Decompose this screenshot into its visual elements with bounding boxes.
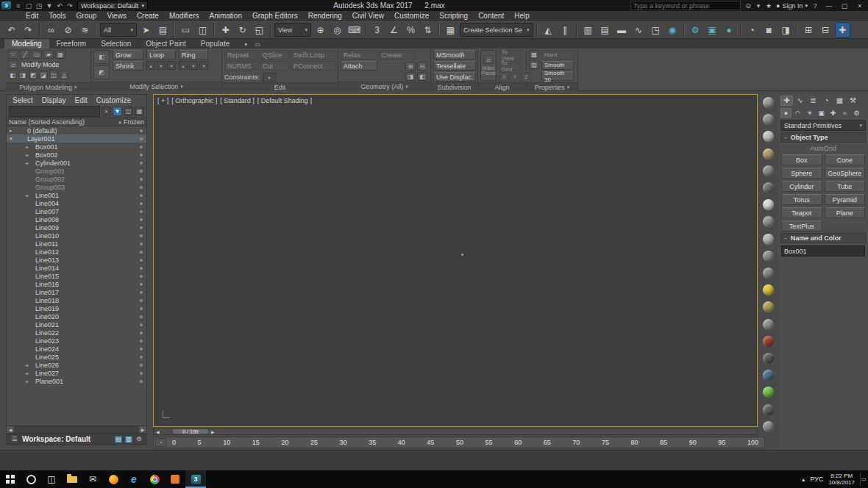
menu-item[interactable]: Content <box>473 11 509 21</box>
layout-list-icon[interactable]: ▤ <box>114 435 123 444</box>
axis-button[interactable]: Y <box>510 72 520 82</box>
palette-sphere-icon[interactable] <box>763 114 774 125</box>
track-bar[interactable]: ◔ 05101520253035404550556065707580859095… <box>153 437 765 448</box>
list-item[interactable]: Line007 <box>7 207 146 215</box>
subobject-level-icon[interactable]: ╱ <box>20 50 30 59</box>
palette-sphere-icon[interactable] <box>763 131 774 142</box>
menu-item[interactable]: Graph Editors <box>247 11 303 21</box>
palette-sphere-icon[interactable] <box>763 216 774 227</box>
loop-options-icon[interactable]: ▾ <box>167 61 176 70</box>
action-center-icon[interactable]: ▭ <box>860 473 867 486</box>
list-item[interactable]: ◂▸ Line001 <box>7 191 146 199</box>
edit-tool-button[interactable]: Swift Loop <box>291 50 336 60</box>
visibility-toggle[interactable]: ◂▸ <box>25 193 33 198</box>
file-explorer-icon[interactable] <box>62 470 82 488</box>
palette-sphere-icon[interactable] <box>763 148 774 159</box>
app-menu-icon[interactable]: ≡ <box>13 1 24 10</box>
list-item[interactable]: ◂▸ Box002 <box>7 151 146 159</box>
cameras-category-icon[interactable]: ▣ <box>816 108 827 118</box>
object-name-input[interactable] <box>781 245 865 256</box>
polygon-tool-icon[interactable]: ◧ <box>8 71 17 79</box>
list-item[interactable]: Line021 <box>7 320 146 329</box>
close-button[interactable]: × <box>853 1 867 10</box>
task-view-icon[interactable]: ◫ <box>41 470 62 488</box>
list-item[interactable]: Line017 <box>7 288 146 296</box>
geometry-category-icon[interactable]: ● <box>780 108 791 118</box>
menu-item[interactable]: Customize <box>389 11 434 21</box>
toggle-scene-explorer-icon[interactable]: ▥ <box>580 22 596 37</box>
list-item[interactable]: ▾ Layer001 <box>7 134 146 143</box>
mini-curve-editor-icon[interactable]: ◔ <box>155 438 166 447</box>
named-selection-sets-dropdown[interactable]: Create Selection Se ▾ <box>460 23 533 37</box>
selected-object-marker[interactable] <box>461 254 463 256</box>
list-item[interactable]: Group003 <box>7 183 146 191</box>
primitives-dropdown[interactable]: Standard Primitives ▾ <box>780 120 866 131</box>
frozen-toggle[interactable] <box>136 307 146 310</box>
filter-icon[interactable]: ▼ <box>113 107 122 116</box>
utilities-tab[interactable]: ⚒ <box>847 96 859 106</box>
keyboard-override-icon[interactable]: ⌨ <box>346 22 362 37</box>
menu-item[interactable]: Tools <box>43 11 71 21</box>
ribbon-tab[interactable]: Populate <box>193 39 237 49</box>
render-setup-icon[interactable]: ⚙ <box>688 22 703 37</box>
frozen-toggle[interactable] <box>136 162 146 165</box>
select-similar-icon[interactable]: ◧ <box>93 50 110 64</box>
explorer-column-header[interactable]: Name (Sorted Ascending) ▲ Frozen <box>7 117 146 126</box>
palette-sphere-icon[interactable] <box>763 421 774 432</box>
ribbon-tab[interactable]: Object Paint <box>138 39 193 49</box>
app-logo-icon[interactable]: 3 <box>1 1 11 10</box>
make-planar-button[interactable]: ▱ Make Planar <box>480 50 497 81</box>
time-slider[interactable]: ◀ 0 / 100 ▶ <box>153 428 758 435</box>
frozen-toggle[interactable] <box>136 154 146 157</box>
subobject-level-icon[interactable]: ▭ <box>32 50 42 59</box>
frozen-toggle[interactable] <box>136 364 146 367</box>
list-item[interactable]: Line014 <box>7 264 146 272</box>
tray-chevron-icon[interactable]: ▴ <box>802 476 805 483</box>
panel-caption[interactable]: Edit <box>222 82 338 91</box>
list-item[interactable]: ◂▸ Plane001 <box>7 377 146 385</box>
object-type-button[interactable]: Plane <box>825 207 866 218</box>
civil-view-icon[interactable]: ⊟ <box>818 22 833 37</box>
rendered-frame-window-icon[interactable]: ▣ <box>705 22 720 37</box>
menu-item[interactable]: Help <box>509 11 535 21</box>
paint-select-icon[interactable]: ◩ <box>93 65 110 79</box>
properties-button[interactable]: Smooth 30 <box>541 71 574 81</box>
viewport[interactable]: [ + ][ Orthographic ][ Standard ][ Defau… <box>153 94 758 427</box>
hierarchy-tab[interactable]: ≣ <box>807 96 819 106</box>
menu-item[interactable]: Civil View <box>347 11 389 21</box>
ring-button[interactable]: Ring <box>179 50 208 60</box>
frozen-toggle[interactable] <box>136 348 146 351</box>
frozen-toggle[interactable] <box>136 194 146 197</box>
geometry-tool-button[interactable]: Relax <box>341 50 377 60</box>
list-item[interactable]: Line013 <box>7 256 146 264</box>
panel-caption[interactable]: Subdivision <box>431 82 477 91</box>
align-icon[interactable]: ∥ <box>558 22 573 37</box>
modify-selection-button[interactable]: Shrink <box>113 61 143 71</box>
palette-sphere-icon[interactable] <box>763 319 774 330</box>
help-icon[interactable]: ? <box>810 1 820 10</box>
edit-tool-button[interactable]: Repeat <box>224 50 258 60</box>
redo-quick-icon[interactable]: ↷ <box>65 1 75 10</box>
clear-search-icon[interactable]: × <box>102 107 111 116</box>
menu-item[interactable]: Views <box>102 11 132 21</box>
visibility-toggle[interactable]: ◂▸ <box>25 362 33 367</box>
list-item[interactable]: Line009 <box>7 223 146 232</box>
frozen-toggle[interactable] <box>136 146 146 148</box>
expand-arrow[interactable]: ▸ <box>10 128 15 134</box>
subobject-level-icon[interactable]: ▰ <box>43 50 54 59</box>
explorer-search-input[interactable] <box>9 106 100 117</box>
menu-item[interactable]: Group <box>71 11 102 21</box>
new-scene-icon[interactable]: ▢ <box>24 1 34 10</box>
sign-in-button[interactable]: ● Sign In ▾ <box>776 2 808 10</box>
minimize-ribbon-icon[interactable]: ▾ <box>240 40 252 49</box>
list-item[interactable]: Line025 <box>7 353 146 361</box>
favorites-icon[interactable]: ★ <box>764 1 774 10</box>
object-type-rollout-header[interactable]: − Object Type <box>780 132 866 143</box>
subdivision-button[interactable]: Use Displac... <box>433 72 476 82</box>
frozen-toggle[interactable] <box>136 259 146 262</box>
frozen-toggle[interactable] <box>136 178 146 181</box>
subdivision-button[interactable]: Tessellate <box>433 61 476 71</box>
frozen-toggle[interactable] <box>136 129 146 132</box>
motion-tab[interactable]: ◔ <box>820 96 833 106</box>
select-and-link-icon[interactable]: ∞ <box>43 22 59 37</box>
